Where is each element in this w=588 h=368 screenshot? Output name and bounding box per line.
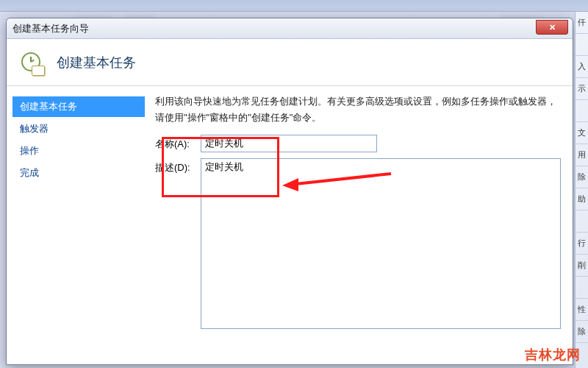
strip-cell bbox=[576, 34, 588, 56]
sidebar-step-finish[interactable]: 完成 bbox=[12, 163, 145, 183]
strip-cell bbox=[576, 210, 588, 233]
sidebar-step-create[interactable]: 创建基本任务 bbox=[12, 96, 145, 117]
titlebar: 创建基本任务向导 ✕ bbox=[7, 18, 573, 39]
sidebar-step-trigger[interactable]: 触发器 bbox=[12, 118, 145, 139]
desc-label: 描述(D): bbox=[155, 158, 201, 174]
strip-cell: 削 bbox=[576, 255, 588, 277]
sidebar: 创建基本任务 触发器 操作 完成 bbox=[7, 86, 151, 364]
header-area: 创建基本任务 bbox=[7, 39, 573, 86]
main-panel: 利用该向导快速地为常见任务创建计划。有关更多高级选项或设置，例如多任务操作或触发… bbox=[151, 86, 573, 364]
strip-cell: 入 bbox=[576, 56, 588, 78]
strip-cell: 仟 bbox=[576, 12, 588, 34]
content-area: 创建基本任务 触发器 操作 完成 利用该向导快速地为常见任务创建计划。有关更多高… bbox=[7, 86, 573, 364]
close-button[interactable]: ✕ bbox=[536, 20, 568, 35]
wizard-dialog: 创建基本任务向导 ✕ 创建基本任务 创建基本任务 触发器 操作 完成 利用该向导… bbox=[6, 18, 573, 365]
strip-cell: 除 bbox=[576, 166, 588, 188]
wizard-clock-icon bbox=[17, 48, 46, 77]
window-title: 创建基本任务向导 bbox=[12, 22, 89, 35]
sidebar-step-action[interactable]: 操作 bbox=[12, 141, 145, 161]
close-icon: ✕ bbox=[549, 23, 556, 32]
backdrop-bar bbox=[0, 0, 588, 12]
strip-cell: 用 bbox=[576, 144, 588, 166]
strip-cell: 文 bbox=[576, 122, 588, 144]
desc-input[interactable] bbox=[201, 158, 561, 329]
strip-cell: 除 bbox=[576, 321, 588, 343]
strip-cell: 示 bbox=[576, 78, 588, 100]
strip-cell: 助 bbox=[576, 188, 588, 210]
desc-row: 描述(D): bbox=[155, 158, 561, 329]
strip-cell bbox=[576, 100, 588, 122]
right-strip: 仟 入 示 文 用 除 助 行 削 性 除 bbox=[575, 12, 588, 368]
strip-cell: 行 bbox=[576, 233, 588, 255]
strip-cell bbox=[576, 277, 588, 299]
strip-cell: 性 bbox=[576, 299, 588, 321]
page-title: 创建基本任务 bbox=[57, 54, 136, 71]
name-label: 名称(A): bbox=[155, 135, 201, 151]
hint-text: 利用该向导快速地为常见任务创建计划。有关更多高级选项或设置，例如多任务操作或触发… bbox=[155, 93, 561, 126]
name-input[interactable] bbox=[201, 135, 377, 152]
name-row: 名称(A): bbox=[155, 135, 561, 152]
